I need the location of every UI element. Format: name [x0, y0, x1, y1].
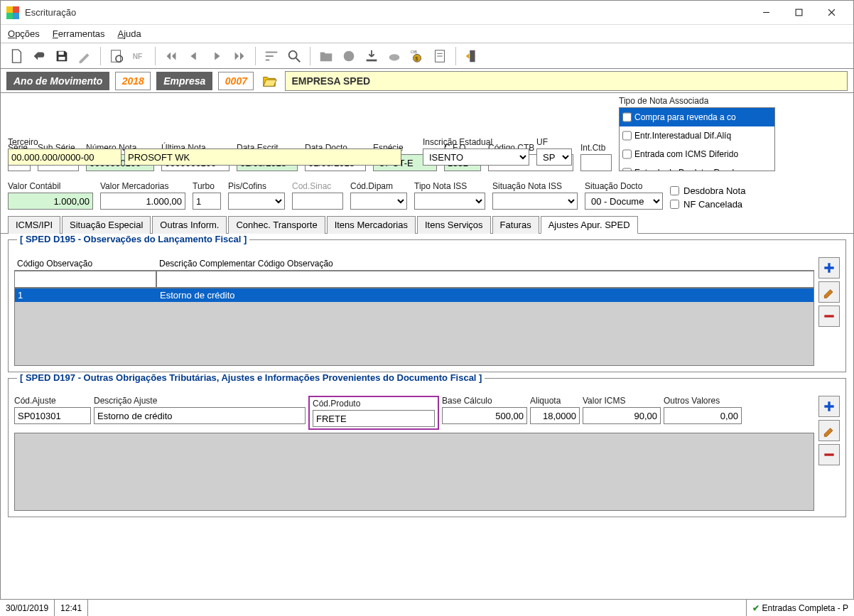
d197-edit-button[interactable]	[818, 420, 840, 441]
empresa-code[interactable]: 0007	[218, 72, 254, 90]
turbo-input[interactable]	[193, 193, 221, 210]
last-icon[interactable]	[229, 46, 249, 66]
tab-outrasinfo[interactable]: Outras Inform.	[152, 216, 227, 234]
d197-outrosval-input[interactable]	[664, 407, 742, 424]
config-icon[interactable]	[339, 46, 359, 66]
preview-icon[interactable]	[107, 46, 126, 66]
tiponota-item-3[interactable]: Entrada de Produtor Rural	[620, 163, 774, 171]
nfcanc-checkbox[interactable]: NF Cancelada	[670, 199, 745, 210]
prev-icon[interactable]	[184, 46, 204, 66]
tiponotaiss-select[interactable]	[414, 193, 485, 210]
d197-grid-body[interactable]	[14, 433, 814, 511]
d197-add-button[interactable]	[818, 396, 840, 417]
folder-toolbar-icon[interactable]	[316, 46, 336, 66]
close-button[interactable]	[815, 1, 848, 24]
d197-remove-button[interactable]	[818, 444, 840, 465]
menu-opcoes[interactable]: Opções	[8, 28, 40, 39]
desdobra-checkbox[interactable]: Desdobra Nota	[670, 185, 745, 196]
new-icon[interactable]	[6, 46, 26, 66]
svg-rect-15	[367, 59, 377, 61]
wizard-icon[interactable]	[75, 46, 94, 66]
sort-icon[interactable]	[261, 46, 281, 66]
status-date: 30/01/2019	[0, 600, 55, 616]
undo-icon[interactable]	[29, 46, 49, 66]
toolbar-separator	[455, 47, 456, 65]
d195-add-button[interactable]	[818, 257, 840, 279]
sitdocto-select[interactable]: 00 - Docume	[585, 193, 663, 210]
d195-remove-button[interactable]	[818, 306, 840, 327]
d197-descajuste-input[interactable]	[94, 407, 306, 424]
tiponota-listbox[interactable]: Compra para revenda a co Entr.Interestad…	[619, 107, 775, 171]
codsinac-input[interactable]	[292, 193, 343, 210]
tab-faturas[interactable]: Faturas	[492, 216, 539, 234]
first-icon[interactable]	[161, 46, 181, 66]
tab-itensmerc[interactable]: Itens Mercadorias	[327, 216, 416, 234]
folder-icon[interactable]	[259, 71, 279, 91]
d195-descricao-input[interactable]	[156, 271, 814, 288]
valmerc-label: Valor Mercadorias	[100, 181, 185, 191]
tab-conhec[interactable]: Conhec. Transporte	[228, 216, 325, 234]
statusbar: 30/01/2019 12:41 ✔ Entradas Completa - P	[0, 599, 854, 616]
nf-icon[interactable]: NF	[129, 46, 149, 66]
toolbar-separator	[155, 47, 156, 65]
toolbar-separator	[310, 47, 310, 65]
uf-select[interactable]: SP	[536, 148, 572, 166]
svg-text:$: $	[415, 55, 418, 61]
ano-value[interactable]: 2018	[115, 72, 151, 90]
d197-aliquota-label: Aliquota	[530, 396, 580, 406]
turbo-label: Turbo	[193, 181, 221, 191]
tiponota-item-0[interactable]: Compra para revenda a co	[620, 108, 774, 126]
d197-aliquota-input[interactable]	[530, 407, 580, 424]
svg-point-14	[344, 50, 355, 61]
report-icon[interactable]	[430, 46, 450, 66]
tiponota-item-1[interactable]: Entr.Interestadual Dif.Alíq	[620, 126, 774, 145]
app-icon	[6, 6, 19, 19]
menu-ajuda[interactable]: Ajuda	[118, 28, 141, 39]
valcont-input[interactable]	[8, 193, 93, 210]
search-icon[interactable]	[284, 46, 304, 66]
d197-codproduto-input[interactable]	[313, 410, 435, 427]
menu-ferramentas[interactable]: Ferramentas	[53, 28, 105, 39]
tiponota-item-2[interactable]: Entrada com ICMS Diferido	[620, 145, 774, 163]
terceiro-label: Terceiro	[8, 137, 401, 147]
valmerc-input[interactable]	[100, 193, 185, 210]
piscofins-select[interactable]	[228, 193, 285, 210]
tiponota-label: Tipo de Nota Associada	[619, 96, 775, 106]
d195-row-0[interactable]: 1 Estorno de crédito	[15, 288, 814, 302]
d195-edit-button[interactable]	[818, 281, 840, 303]
sitnotaiss-select[interactable]	[492, 193, 578, 210]
cib-icon[interactable]: CIB$	[407, 46, 427, 66]
tab-icms[interactable]: ICMS/IPI	[8, 216, 60, 234]
intctb-input[interactable]	[580, 154, 612, 171]
menubar: Opções Ferramentas Ajuda	[1, 25, 853, 43]
inscest-select[interactable]: ISENTO	[423, 148, 529, 166]
maximize-button[interactable]	[782, 1, 815, 24]
d197-codajuste-input[interactable]	[14, 407, 91, 424]
d195-codigo-input[interactable]	[14, 271, 156, 288]
titlebar: Escrituração	[1, 1, 853, 25]
tab-ajustessped[interactable]: Ajustes Apur. SPED	[541, 216, 638, 234]
d195-legend: [ SPED D195 - Observações do Lançamento …	[17, 234, 249, 244]
d197-basecalc-input[interactable]	[442, 407, 527, 424]
window-title: Escrituração	[25, 7, 750, 18]
status-mode: ✔ Entradas Completa - P	[746, 600, 854, 616]
tab-itensserv[interactable]: Itens Serviços	[417, 216, 491, 234]
uf-label: UF	[536, 137, 572, 147]
toolbar-separator	[255, 47, 256, 65]
d195-grid-body[interactable]: 1 Estorno de crédito	[14, 288, 814, 366]
ano-label: Ano de Movimento	[6, 72, 109, 90]
tab-sitespecial[interactable]: Situação Especial	[62, 216, 151, 234]
d197-valoricms-input[interactable]	[583, 407, 661, 424]
save-icon[interactable]	[52, 46, 72, 66]
cloud-icon[interactable]	[384, 46, 404, 66]
terceiro-nome-input[interactable]	[124, 148, 401, 166]
download-icon[interactable]	[362, 46, 382, 66]
coddipam-select[interactable]	[350, 193, 407, 210]
next-icon[interactable]	[207, 46, 227, 66]
exit-icon[interactable]	[462, 46, 482, 66]
d197-outrosval-label: Outros Valores	[664, 396, 742, 406]
tiponotaiss-label: Tipo Nota ISS	[414, 181, 485, 191]
terceiro-doc-input[interactable]	[8, 148, 121, 166]
minimize-button[interactable]	[750, 1, 782, 24]
d197-legend: [ SPED D197 - Outras Obrigações Tributár…	[17, 372, 485, 383]
